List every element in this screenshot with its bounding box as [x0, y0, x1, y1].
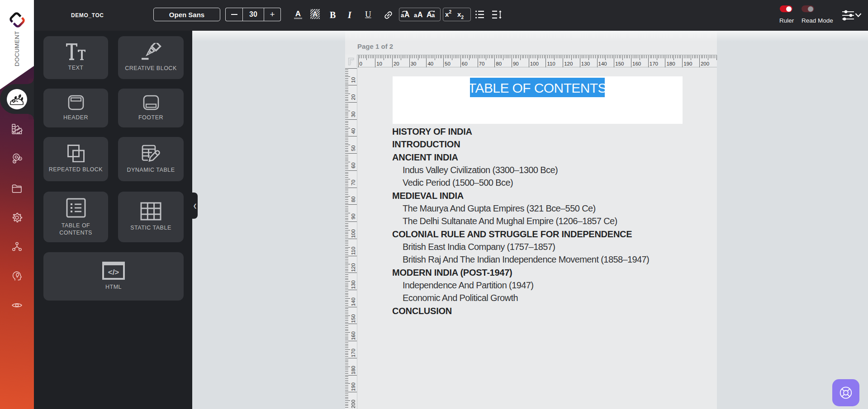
svg-text:A: A: [295, 9, 301, 18]
svg-text:a: a: [432, 12, 435, 19]
svg-text:A: A: [404, 11, 410, 19]
svg-text:A: A: [417, 11, 423, 19]
svg-text:2: 2: [461, 15, 464, 20]
svg-text:H: H: [19, 158, 21, 160]
svg-text:</>: </>: [108, 268, 119, 277]
svg-text:2: 2: [449, 9, 452, 14]
svg-text:a: a: [401, 12, 404, 19]
svg-text:A: A: [313, 10, 318, 18]
svg-text:a: a: [414, 12, 417, 19]
svg-text:H: H: [14, 160, 15, 163]
